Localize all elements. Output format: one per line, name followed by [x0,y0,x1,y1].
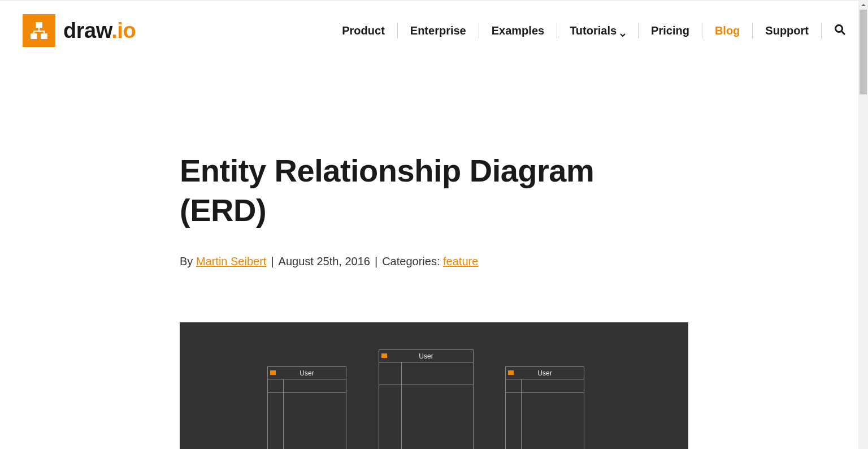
article: Entity Relationship Diagram (ERD) By Mar… [180,151,688,449]
search-icon [834,24,845,37]
categories-label: Categories: [382,255,443,267]
erd-entity-body [506,379,584,449]
article-meta: By Martin Seibert|August 25th, 2016|Cate… [180,255,688,268]
nav-label: Pricing [651,24,689,37]
hero-image: User User [180,322,688,449]
erd-entity-body [268,379,346,449]
erd-entity-title: User [506,367,584,379]
erd-row [379,362,401,385]
erd-entity-box: User [267,366,346,449]
nav-pricing[interactable]: Pricing [639,24,702,37]
erd-row [522,379,584,393]
nav-product[interactable]: Product [329,24,397,37]
erd-row [284,379,346,393]
svg-rect-0 [36,22,42,28]
search-button[interactable] [822,24,845,37]
erd-value-column [284,379,346,449]
nav-label: Support [765,24,809,37]
nav-tutorials[interactable]: Tutorials [557,24,638,37]
nav-blog[interactable]: Blog [702,24,752,37]
nav-label: Examples [492,24,544,37]
article-date: August 25th, 2016 [279,255,370,267]
scrollbar-thumb[interactable] [860,10,867,94]
chevron-down-icon [620,28,626,33]
brand-text-part2: io [117,19,136,42]
nav-label: Product [342,24,385,37]
brand-logo-icon [23,14,55,47]
meta-separator: | [375,255,377,267]
svg-rect-2 [41,33,47,39]
erd-value-column [522,379,584,449]
category-link[interactable]: feature [443,255,478,267]
nav-examples[interactable]: Examples [479,24,557,37]
by-label: By [180,255,196,267]
erd-row [402,362,473,385]
svg-point-3 [836,25,843,32]
nav-enterprise[interactable]: Enterprise [398,24,479,37]
site-header: draw.io Product Enterprise Examples Tuto… [0,1,868,61]
erd-entity-title: User [379,350,473,362]
nav-label: Enterprise [410,24,466,37]
brand-wordmark: draw.io [63,19,136,43]
article-title: Entity Relationship Diagram (ERD) [180,151,688,230]
erd-row [268,379,283,393]
erd-entity-box: User [379,349,474,449]
author-link[interactable]: Martin Seibert [196,255,267,267]
erd-entity-title: User [268,367,346,379]
meta-separator: | [271,255,274,267]
erd-value-column [402,362,473,449]
nav-label: Tutorials [570,24,617,37]
erd-key-column [379,362,402,449]
erd-row [506,379,521,393]
erd-entity-box: User [505,366,584,449]
brand-text-part1: draw [63,19,111,42]
erd-entity-body [379,362,473,449]
erd-key-column [506,379,522,449]
brand-text-dot: . [111,19,117,42]
nav-label: Blog [715,24,740,37]
main-nav: Product Enterprise Examples Tutorials Pr… [329,23,845,38]
svg-rect-1 [31,33,37,39]
nav-support[interactable]: Support [753,24,821,37]
scrollbar-up-arrow-icon[interactable] [858,0,868,10]
erd-key-column [268,379,284,449]
svg-line-4 [842,32,845,35]
brand-logo-block[interactable]: draw.io [23,14,136,47]
vertical-scrollbar[interactable] [858,0,868,449]
